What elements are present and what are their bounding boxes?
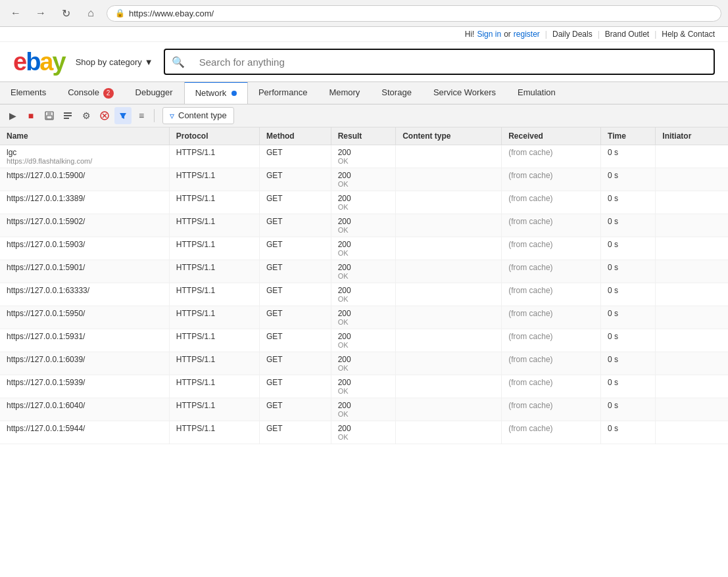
help-contact-link[interactable]: Help & Contact [662,30,715,39]
ebay-header-top: Hi! Sign in or register | Daily Deals | … [0,27,728,42]
table-row[interactable]: https://127.0.0.1:6040/HTTPS/1.1GET200OK… [0,398,728,421]
table-row[interactable]: https://127.0.0.1:6039/HTTPS/1.1GET200OK… [0,352,728,375]
cell-method: GET [260,306,331,329]
tab-emulation[interactable]: Emulation [507,82,567,104]
refresh-button[interactable]: ↻ [57,4,75,22]
search-bar[interactable]: 🔍 [164,49,715,75]
table-row[interactable]: lgchttps://d9.flashtalking.com/HTTPS/1.1… [0,145,728,168]
cell-content-type [396,329,502,352]
cell-result: 200OK [331,260,395,283]
cell-initiator [656,260,728,283]
devtools-toolbar: ▶ ■ ⚙ ≡ ▿ Content type [0,104,728,127]
cell-received: (from cache) [502,306,601,329]
cell-initiator [656,145,728,168]
brand-outlet-link[interactable]: Brand Outlet [605,30,649,39]
cell-protocol: HTTPS/1.1 [169,283,259,306]
cell-method: GET [260,260,331,283]
home-button[interactable]: ⌂ [82,4,100,22]
table-row[interactable]: https://127.0.0.1:63333/HTTPS/1.1GET200O… [0,283,728,306]
col-header-initiator[interactable]: Initiator [656,127,728,145]
tab-elements[interactable]: Elements [0,82,57,104]
table-row[interactable]: https://127.0.0.1:5950/HTTPS/1.1GET200OK… [0,306,728,329]
svg-rect-4 [64,115,72,116]
forward-button[interactable]: → [32,4,50,22]
tab-memory[interactable]: Memory [318,82,371,104]
cell-result: 200OK [331,398,395,421]
col-header-received[interactable]: Received [502,127,601,145]
cell-protocol: HTTPS/1.1 [169,352,259,375]
table-row[interactable]: https://127.0.0.1:5939/HTTPS/1.1GET200OK… [0,375,728,398]
tab-network[interactable]: Network [184,82,248,104]
cell-content-type [396,421,502,444]
cell-content-type [396,214,502,237]
filter-label: Content type [178,110,227,120]
settings-button[interactable]: ⚙ [78,107,95,124]
cell-result: 200OK [331,352,395,375]
ebay-logo[interactable]: ebay [13,49,65,74]
cell-result: 200OK [331,191,395,214]
table-row[interactable]: https://127.0.0.1:5902/HTTPS/1.1GET200OK… [0,214,728,237]
cell-method: GET [260,329,331,352]
cell-method: GET [260,421,331,444]
cell-name: https://127.0.0.1:6040/ [0,398,169,421]
filter-toggle-button[interactable] [114,107,132,124]
cell-result: 200OK [331,237,395,260]
cell-content-type [396,375,502,398]
play-button[interactable]: ▶ [4,107,21,124]
cell-received: (from cache) [502,237,601,260]
cell-time: 0 s [601,168,656,191]
col-header-protocol[interactable]: Protocol [169,127,259,145]
cell-protocol: HTTPS/1.1 [169,398,259,421]
search-input[interactable] [191,57,714,68]
table-row[interactable]: https://127.0.0.1:5900/HTTPS/1.1GET200OK… [0,168,728,191]
cell-content-type [396,398,502,421]
toolbar-separator [154,109,155,122]
cell-name: lgchttps://d9.flashtalking.com/ [0,145,169,168]
format-button[interactable] [59,107,76,124]
svg-rect-2 [47,116,52,119]
cell-protocol: HTTPS/1.1 [169,421,259,444]
svg-rect-1 [47,112,51,115]
table-row[interactable]: https://127.0.0.1:5931/HTTPS/1.1GET200OK… [0,329,728,352]
search-icon: 🔍 [165,56,191,68]
tab-console[interactable]: Console 2 [57,82,124,104]
cell-method: GET [260,283,331,306]
cell-protocol: HTTPS/1.1 [169,329,259,352]
cell-initiator [656,352,728,375]
save-button[interactable] [41,107,58,124]
url-input[interactable] [129,9,713,18]
table-row[interactable]: https://127.0.0.1:3389/HTTPS/1.1GET200OK… [0,191,728,214]
more-button[interactable]: ≡ [133,107,150,124]
shop-by-category[interactable]: Shop by category ▼ [76,57,153,67]
cell-protocol: HTTPS/1.1 [169,375,259,398]
table-row[interactable]: https://127.0.0.1:5944/HTTPS/1.1GET200OK… [0,421,728,444]
register-link[interactable]: register [514,30,540,39]
col-header-time[interactable]: Time [601,127,656,145]
cell-content-type [396,283,502,306]
daily-deals-link[interactable]: Daily Deals [552,30,593,39]
cell-initiator [656,283,728,306]
table-row[interactable]: https://127.0.0.1:5903/HTTPS/1.1GET200OK… [0,237,728,260]
cell-name: https://127.0.0.1:3389/ [0,191,169,214]
address-bar[interactable]: 🔒 [107,5,721,22]
stop-button[interactable]: ■ [22,107,39,124]
col-header-result[interactable]: Result [331,127,395,145]
tab-debugger[interactable]: Debugger [125,82,184,104]
network-table: Name Protocol Method Result Content type… [0,127,728,444]
col-header-method[interactable]: Method [260,127,331,145]
sign-in-link[interactable]: Sign in [477,30,501,39]
tab-performance[interactable]: Performance [248,82,318,104]
col-header-name[interactable]: Name [0,127,169,145]
clear-button[interactable] [96,107,113,124]
cell-content-type [396,191,502,214]
cell-received: (from cache) [502,145,601,168]
cell-initiator [656,329,728,352]
cell-received: (from cache) [502,329,601,352]
content-type-filter-button[interactable]: ▿ Content type [162,107,234,124]
col-header-content-type[interactable]: Content type [396,127,502,145]
table-row[interactable]: https://127.0.0.1:5901/HTTPS/1.1GET200OK… [0,260,728,283]
cell-received: (from cache) [502,191,601,214]
tab-service-workers[interactable]: Service Workers [423,82,507,104]
back-button[interactable]: ← [7,4,25,22]
tab-storage[interactable]: Storage [371,82,423,104]
